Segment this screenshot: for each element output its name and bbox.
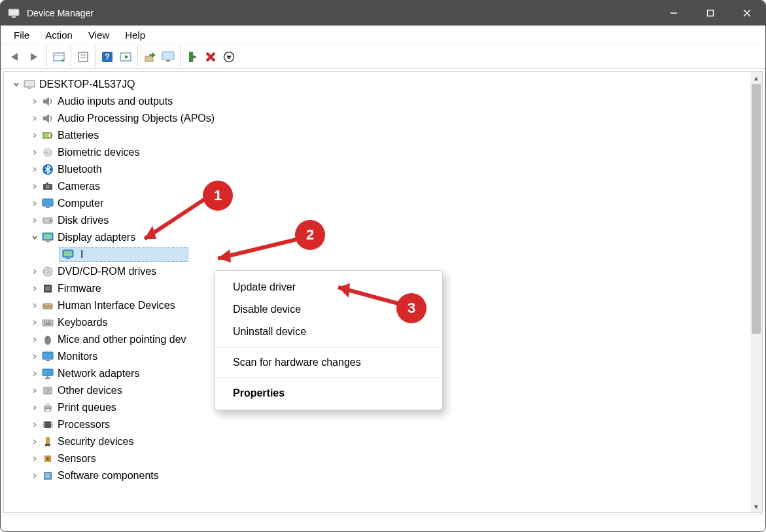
- chevron-right-icon[interactable]: [29, 302, 41, 309]
- tree-root[interactable]: DESKTOP-4L537JQ: [10, 76, 762, 93]
- chevron-right-icon[interactable]: [29, 336, 41, 343]
- tree-item[interactable]: Software components: [29, 467, 762, 484]
- svg-marker-6: [11, 53, 18, 61]
- help-icon[interactable]: ?: [98, 48, 116, 66]
- scan-icon[interactable]: [116, 48, 135, 66]
- tree-item[interactable]: Bluetooth: [29, 161, 762, 178]
- down-arrow-icon[interactable]: [220, 48, 238, 66]
- tree-item[interactable]: Disk drives: [29, 212, 762, 229]
- chevron-right-icon[interactable]: [29, 353, 41, 360]
- tree-item[interactable]: Batteries: [29, 127, 762, 144]
- software-icon: [41, 469, 55, 482]
- root-label: DESKTOP-4L537JQ: [39, 79, 135, 90]
- tree-item-label: Keyboards: [58, 317, 108, 328]
- display-adapter-icon: [61, 248, 75, 261]
- tree-item-label: Human Interface Devices: [58, 300, 175, 311]
- tree-item-label: Biometric devices: [58, 147, 139, 158]
- tree-item-label: Display adapters: [58, 232, 135, 243]
- enable-device-icon[interactable]: [183, 48, 201, 66]
- menu-view[interactable]: View: [80, 27, 117, 43]
- chevron-right-icon[interactable]: [29, 319, 41, 326]
- tree-item[interactable]: Display adapters: [29, 229, 762, 246]
- remove-device-icon[interactable]: [201, 48, 220, 66]
- tree-item-label: Security devices: [58, 436, 134, 447]
- svg-rect-52: [66, 258, 70, 259]
- tree-item[interactable]: Sensors: [29, 450, 762, 467]
- chevron-right-icon[interactable]: [29, 472, 41, 479]
- svg-rect-77: [44, 421, 51, 428]
- chevron-down-icon[interactable]: [10, 81, 22, 88]
- svg-rect-69: [43, 369, 53, 376]
- keyboard-icon: [41, 316, 55, 329]
- properties-icon[interactable]: [74, 48, 92, 66]
- printer-icon: [41, 401, 55, 414]
- menu-file[interactable]: File: [6, 27, 37, 43]
- ctx-uninstall-device[interactable]: Uninstall device: [215, 321, 442, 343]
- svg-rect-13: [80, 57, 86, 58]
- tree-leaf-selected[interactable]: I: [47, 246, 762, 263]
- close-button[interactable]: [729, 1, 765, 26]
- minimize-button[interactable]: [655, 1, 692, 26]
- tree-item[interactable]: Computer: [29, 195, 762, 212]
- svg-marker-24: [193, 55, 197, 59]
- chevron-down-icon[interactable]: [29, 234, 41, 241]
- vertical-scrollbar[interactable]: ▲ ▼: [750, 72, 762, 512]
- svg-text:?: ?: [105, 52, 109, 62]
- chevron-right-icon[interactable]: [29, 455, 41, 462]
- svg-rect-71: [45, 378, 50, 379]
- tree-item[interactable]: Audio inputs and outputs: [29, 93, 762, 110]
- ctx-scan-hardware[interactable]: Scan for hardware changes: [215, 351, 442, 374]
- chevron-right-icon[interactable]: [29, 115, 41, 122]
- chevron-right-icon[interactable]: [29, 149, 41, 156]
- chevron-right-icon[interactable]: [29, 217, 41, 224]
- scroll-thumb[interactable]: [752, 84, 761, 334]
- chevron-right-icon[interactable]: [29, 98, 41, 105]
- monitor-tool-icon[interactable]: [159, 48, 177, 66]
- svg-rect-64: [44, 323, 51, 325]
- chevron-right-icon[interactable]: [29, 183, 41, 190]
- tree-item[interactable]: Audio Processing Objects (APOs): [29, 110, 762, 127]
- forward-icon[interactable]: [26, 48, 44, 66]
- chevron-right-icon[interactable]: [29, 285, 41, 292]
- svg-rect-1: [12, 16, 16, 18]
- chevron-right-icon[interactable]: [29, 421, 41, 428]
- svg-rect-43: [43, 199, 53, 206]
- ctx-disable-device[interactable]: Disable device: [215, 298, 442, 321]
- chevron-right-icon[interactable]: [29, 132, 41, 139]
- tree-item[interactable]: Cameras: [29, 178, 762, 195]
- svg-rect-42: [46, 183, 48, 184]
- ctx-separator: [216, 347, 441, 347]
- back-icon[interactable]: [7, 48, 26, 66]
- window-controls: [655, 1, 765, 26]
- chevron-right-icon[interactable]: [29, 166, 41, 173]
- chevron-right-icon[interactable]: [29, 404, 41, 411]
- tree-item-label: Computer: [58, 198, 103, 209]
- show-hidden-icon[interactable]: [50, 48, 68, 66]
- disk-icon: [41, 214, 55, 227]
- menu-action[interactable]: Action: [37, 27, 80, 43]
- scroll-up-icon[interactable]: ▲: [750, 72, 762, 84]
- chevron-right-icon[interactable]: [29, 200, 41, 207]
- chevron-right-icon[interactable]: [29, 438, 41, 445]
- svg-marker-17: [125, 55, 129, 59]
- svg-marker-7: [31, 53, 37, 61]
- chevron-right-icon[interactable]: [29, 370, 41, 377]
- maximize-button[interactable]: [692, 1, 729, 26]
- tree-item-label: Print queues: [58, 402, 116, 413]
- tree-item[interactable]: Biometric devices: [29, 144, 762, 161]
- other-icon: ?: [41, 384, 55, 397]
- ctx-update-driver[interactable]: Update driver: [215, 276, 442, 298]
- chevron-right-icon[interactable]: [29, 268, 41, 275]
- chevron-right-icon[interactable]: [29, 387, 41, 394]
- menu-help[interactable]: Help: [117, 27, 153, 43]
- scroll-down-icon[interactable]: ▼: [750, 501, 762, 512]
- ctx-properties[interactable]: Properties: [215, 382, 442, 404]
- tree-item[interactable]: Security devices: [29, 433, 762, 450]
- svg-rect-68: [46, 360, 50, 361]
- tree-item-label: Sensors: [58, 453, 96, 464]
- update-driver-icon[interactable]: [141, 48, 159, 66]
- svg-marker-31: [43, 97, 49, 106]
- tree-item[interactable]: Processors: [29, 416, 762, 433]
- tree-item-label: Batteries: [58, 130, 99, 141]
- mouse-icon: [41, 333, 55, 346]
